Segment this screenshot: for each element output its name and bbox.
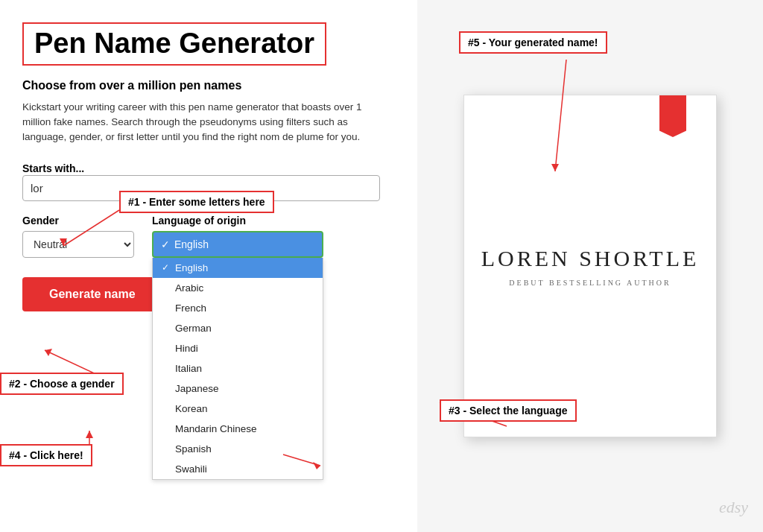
book-author-subtitle: DEBUT BESTSELLING AUTHOR xyxy=(509,279,671,287)
language-label-italian: Italian xyxy=(175,363,202,374)
language-label-spanish: Spanish xyxy=(175,443,212,455)
language-label-japanese: Japanese xyxy=(175,383,219,394)
right-panel: #5 - Your generated name! #3 - Select th… xyxy=(417,0,763,532)
check-icon: ✓ xyxy=(161,238,170,250)
language-option-japanese[interactable]: ✓ Japanese xyxy=(153,379,323,399)
language-label-hindi: Hindi xyxy=(175,343,198,354)
language-label-swahili: Swahili xyxy=(175,463,207,475)
language-group: Language of origin ✓ English ✓ English ✓… xyxy=(152,215,323,258)
app-subtitle: Choose from over a million pen names xyxy=(22,79,395,92)
generate-button[interactable]: Generate name xyxy=(22,277,162,311)
language-label-french: French xyxy=(175,303,206,314)
language-label-mandarin: Mandarin Chinese xyxy=(175,423,257,434)
language-option-swahili[interactable]: ✓ Swahili xyxy=(153,459,323,479)
gender-label: Gender xyxy=(22,215,134,227)
language-option-french[interactable]: ✓ French xyxy=(153,298,323,318)
language-selected-value: English xyxy=(174,238,209,250)
language-trigger[interactable]: ✓ English xyxy=(152,231,323,258)
callout-2: #2 - Choose a gender xyxy=(0,373,124,395)
language-option-mandarin[interactable]: ✓ Mandarin Chinese xyxy=(153,419,323,439)
callout-1: #1 - Enter some letters here xyxy=(119,191,274,213)
left-panel: Pen Name Generator Choose from over a mi… xyxy=(0,0,417,532)
language-option-korean[interactable]: ✓ Korean xyxy=(153,399,323,419)
language-option-german[interactable]: ✓ German xyxy=(153,318,323,338)
watermark: edsy xyxy=(719,498,748,517)
app-title: Pen Name Generator xyxy=(22,22,326,66)
language-dropdown-container[interactable]: ✓ English ✓ English ✓ Arabic ✓ French xyxy=(152,231,323,258)
gender-group: Gender Neutral Male Female xyxy=(22,215,134,258)
callout-3: #3 - Select the language xyxy=(440,399,577,422)
app-description: Kickstart your writing career with this … xyxy=(22,100,380,145)
book-cover: LOREN SHORTLE DEBUT BESTSELLING AUTHOR xyxy=(463,95,717,437)
starts-with-label: Starts with... xyxy=(22,162,84,174)
language-label-german: German xyxy=(175,323,212,334)
language-option-italian[interactable]: ✓ Italian xyxy=(153,358,323,379)
language-option-hindi[interactable]: ✓ Hindi xyxy=(153,338,323,358)
bookmark-icon xyxy=(659,95,686,137)
language-label-english: English xyxy=(175,262,208,273)
book-author-name: LOREN SHORTLE xyxy=(481,246,700,271)
callout-4: #4 - Click here! xyxy=(0,444,92,466)
language-option-english[interactable]: ✓ English xyxy=(153,258,323,278)
language-label-arabic: Arabic xyxy=(175,282,203,294)
check-english: ✓ xyxy=(162,262,169,273)
gender-select[interactable]: Neutral Male Female xyxy=(22,231,134,258)
svg-marker-5 xyxy=(86,431,93,438)
callout-5: #5 - Your generated name! xyxy=(459,31,607,54)
language-dropdown-list: ✓ English ✓ Arabic ✓ French ✓ German xyxy=(152,258,323,480)
language-option-spanish[interactable]: ✓ Spanish xyxy=(153,439,323,459)
language-label-korean: Korean xyxy=(175,403,208,414)
svg-marker-3 xyxy=(45,349,52,356)
language-label: Language of origin xyxy=(152,215,323,227)
language-option-arabic[interactable]: ✓ Arabic xyxy=(153,278,323,298)
filters-row: Gender Neutral Male Female Language of o… xyxy=(22,215,395,258)
